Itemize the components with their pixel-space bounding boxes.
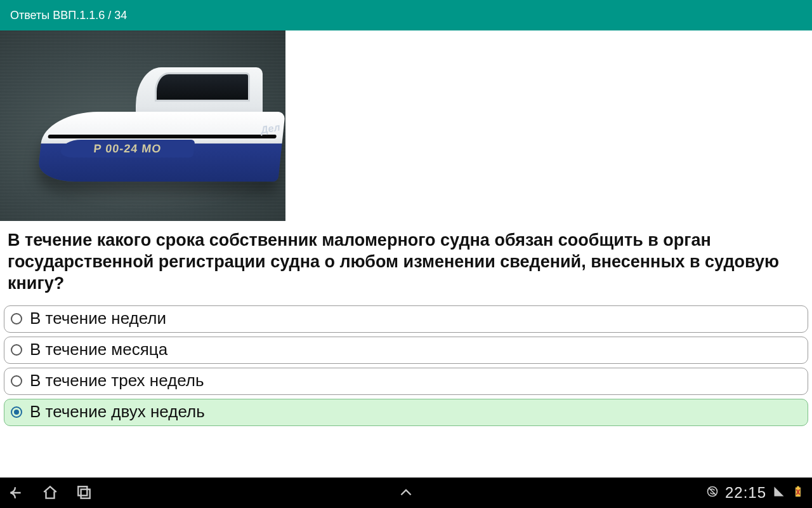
status-time: 22:15	[725, 484, 766, 502]
answer-option-2[interactable]: В течение месяца	[4, 337, 808, 364]
answer-option-label: В течение месяца	[30, 340, 167, 359]
app-bar: Ответы ВВП.1.1.6 / 34	[0, 0, 812, 30]
content-area: P 00-24 MO Дел В течение какого срока со…	[0, 30, 812, 478]
radio-icon	[11, 375, 22, 387]
svg-rect-4	[797, 486, 799, 488]
page-title: Ответы ВВП.1.1.6 / 34	[10, 9, 127, 22]
expand-panel-icon[interactable]	[398, 485, 414, 501]
answer-options: В течение недели В течение месяца В тече…	[0, 305, 812, 426]
home-icon[interactable]	[42, 485, 58, 501]
question-text: В течение какого срока собственник малом…	[0, 221, 812, 305]
answer-option-label: В течение двух недель	[30, 402, 205, 422]
radio-icon	[11, 313, 22, 324]
answer-option-4[interactable]: В течение двух недель	[4, 399, 808, 426]
boat-registration-text: P 00-24 MO	[60, 140, 195, 157]
recent-apps-icon[interactable]	[76, 485, 93, 501]
answer-option-label: В течение трех недель	[30, 371, 204, 391]
answer-option-label: В течение недели	[30, 309, 166, 328]
battery-icon	[792, 484, 804, 502]
radio-icon	[11, 406, 22, 418]
question-image: P 00-24 MO Дел	[0, 30, 285, 221]
back-icon[interactable]	[8, 485, 24, 501]
answer-option-1[interactable]: В течение недели	[4, 305, 808, 333]
svg-rect-0	[81, 490, 90, 498]
system-nav-bar: 22:15	[0, 478, 812, 508]
svg-rect-1	[78, 486, 87, 495]
signal-icon	[773, 484, 785, 502]
radio-icon	[11, 344, 22, 356]
answer-option-3[interactable]: В течение трех недель	[4, 368, 808, 395]
no-sync-icon	[706, 484, 719, 502]
